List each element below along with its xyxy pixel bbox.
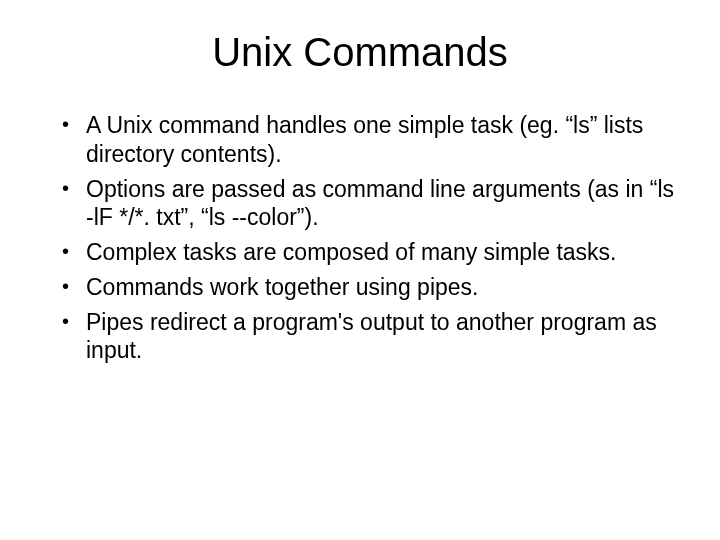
slide-title: Unix Commands — [40, 30, 680, 75]
slide: Unix Commands A Unix command handles one… — [0, 0, 720, 540]
bullet-list: A Unix command handles one simple task (… — [62, 111, 680, 365]
list-item: Complex tasks are composed of many simpl… — [62, 238, 680, 267]
list-item: Options are passed as command line argum… — [62, 175, 680, 233]
list-item: A Unix command handles one simple task (… — [62, 111, 680, 169]
list-item: Pipes redirect a program's output to ano… — [62, 308, 680, 366]
list-item: Commands work together using pipes. — [62, 273, 680, 302]
